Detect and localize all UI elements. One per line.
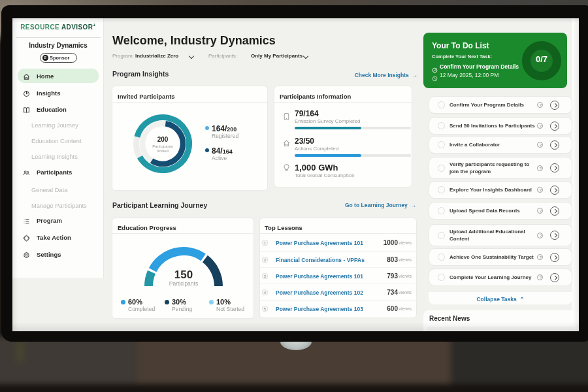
- svg-text:Invited: Invited: [157, 149, 169, 153]
- svg-text:200: 200: [157, 136, 169, 143]
- svg-text:Participants: Participants: [152, 144, 172, 148]
